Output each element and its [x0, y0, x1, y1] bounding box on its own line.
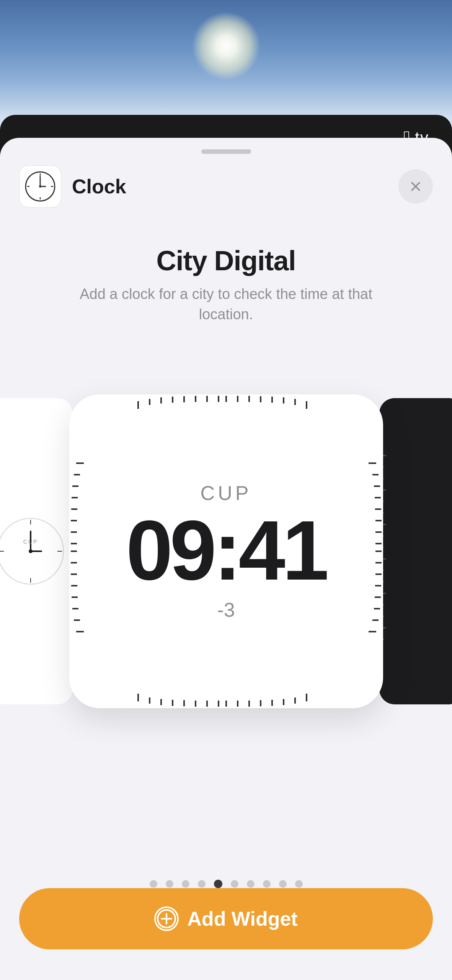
page-dot-7[interactable]: [247, 880, 255, 888]
app-icon: [19, 165, 61, 207]
page-dot-3[interactable]: [182, 880, 189, 888]
widget-carousel[interactable]: CUP: [0, 360, 452, 743]
page-dot-5-active[interactable]: [214, 880, 222, 888]
widget-center-card[interactable]: CUP 09:41 -3: [69, 394, 383, 708]
bottom-sheet: Clock City Digital Add a clock for a cit…: [0, 138, 452, 980]
add-widget-button[interactable]: Add Widget: [19, 888, 433, 949]
widget-timezone-offset: -3: [217, 598, 235, 621]
page-dot-1[interactable]: [150, 880, 157, 888]
widget-title-area: City Digital Add a clock for a city to c…: [0, 245, 452, 325]
widget-partial-left: CUP: [0, 398, 73, 704]
page-dot-10[interactable]: [295, 880, 303, 888]
widget-subtitle: Add a clock for a city to check the time…: [73, 284, 379, 325]
app-info: Clock: [19, 165, 126, 207]
analog-widget-left: CUP: [0, 517, 65, 586]
close-icon: [409, 180, 423, 193]
sun-decoration: [192, 11, 261, 80]
drag-handle[interactable]: [201, 149, 251, 154]
clock-icon-svg: [23, 170, 57, 203]
add-widget-icon: [154, 906, 179, 931]
widget-title: City Digital: [23, 245, 429, 276]
widget-partial-right: [379, 398, 452, 704]
close-button[interactable]: [398, 169, 433, 204]
page-dot-6[interactable]: [231, 880, 238, 888]
add-widget-label: Add Widget: [187, 907, 297, 930]
page-dot-4[interactable]: [198, 880, 206, 888]
widget-city-name: CUP: [201, 482, 252, 505]
plus-icon: [157, 909, 176, 928]
page-dot-8[interactable]: [263, 880, 271, 888]
svg-point-8: [39, 185, 41, 188]
page-indicator: [0, 880, 452, 888]
widget-time-display: 09:41: [126, 508, 326, 593]
header-row: Clock: [0, 165, 452, 207]
page-dot-9[interactable]: [279, 880, 287, 888]
svg-rect-85: [379, 398, 452, 704]
svg-text:CUP: CUP: [23, 539, 38, 545]
dark-widget-right: [379, 398, 452, 704]
svg-point-18: [29, 549, 33, 553]
app-name-label: Clock: [72, 175, 126, 198]
page-dot-2[interactable]: [166, 880, 173, 888]
